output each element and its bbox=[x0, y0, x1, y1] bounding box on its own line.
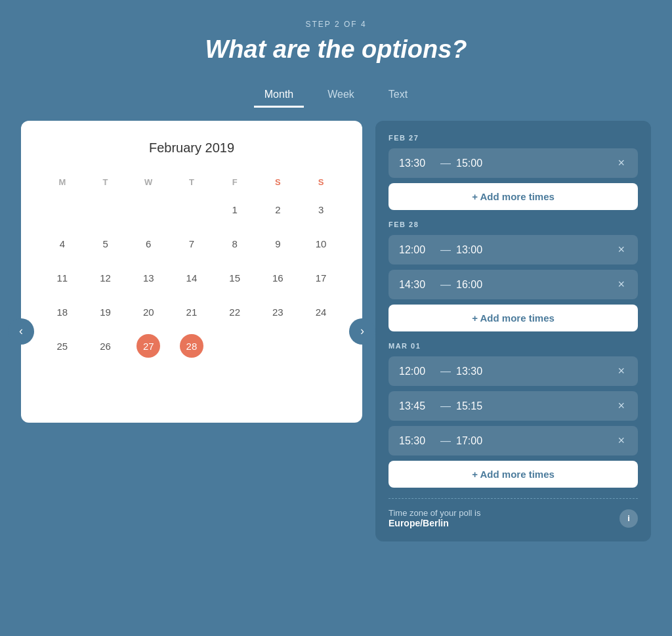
time-slot: 12:00—13:30× bbox=[388, 356, 638, 386]
calendar-day[interactable]: 1 bbox=[213, 192, 257, 226]
time-start: 15:30 bbox=[399, 435, 435, 447]
step-label: STEP 2 OF 4 bbox=[305, 20, 366, 29]
info-icon[interactable]: i bbox=[620, 509, 638, 528]
remove-slot-button[interactable]: × bbox=[615, 156, 627, 170]
date-section-feb27: FEB 2713:30—15:00×+ Add more times bbox=[388, 134, 638, 210]
calendar-grid: M T W T F S S 12345678910111213141516171… bbox=[41, 172, 343, 363]
calendar-day[interactable]: 7 bbox=[170, 226, 213, 261]
calendar: February 2019 M T W T F S S 123456789101… bbox=[21, 121, 362, 423]
timezone-text: Time zone of your poll isEurope/Berlin bbox=[388, 508, 480, 528]
weekday-tue: T bbox=[84, 172, 127, 192]
time-end: 17:00 bbox=[456, 435, 492, 447]
time-slot: 14:30—16:00× bbox=[388, 270, 638, 299]
calendar-day[interactable]: 11 bbox=[41, 261, 84, 295]
calendar-day[interactable]: 5 bbox=[84, 226, 127, 261]
date-label-feb28: FEB 28 bbox=[388, 221, 638, 228]
add-more-times-button[interactable]: + Add more times bbox=[388, 183, 638, 210]
time-dash: — bbox=[440, 279, 451, 291]
next-month-button[interactable]: › bbox=[349, 318, 375, 345]
date-label-mar01: MAR 01 bbox=[388, 342, 638, 350]
time-start: 12:00 bbox=[399, 244, 435, 256]
weekday-fri: F bbox=[213, 172, 257, 192]
time-start: 13:30 bbox=[399, 158, 435, 169]
tab-week[interactable]: Week bbox=[317, 83, 365, 108]
time-dash: — bbox=[440, 244, 451, 256]
time-dash: — bbox=[440, 158, 451, 169]
time-slot: 15:30—17:00× bbox=[388, 426, 638, 456]
calendar-day bbox=[213, 329, 257, 363]
time-end: 16:00 bbox=[456, 279, 492, 291]
calendar-day[interactable]: 25 bbox=[41, 329, 84, 363]
calendar-day[interactable]: 18 bbox=[41, 295, 84, 329]
date-section-feb28: FEB 2812:00—13:00×14:30—16:00×+ Add more… bbox=[388, 221, 638, 331]
main-content: ‹ February 2019 M T W T F S S 1234567891… bbox=[21, 121, 651, 541]
calendar-day[interactable]: 10 bbox=[299, 226, 343, 261]
time-slot: 13:30—15:00× bbox=[388, 148, 638, 178]
calendar-day[interactable]: 13 bbox=[127, 261, 170, 295]
calendar-day bbox=[170, 192, 213, 226]
calendar-day[interactable]: 24 bbox=[299, 295, 343, 329]
page-title: What are the options? bbox=[205, 35, 467, 64]
calendar-day[interactable]: 28 bbox=[170, 329, 213, 363]
calendar-day[interactable]: 16 bbox=[257, 261, 300, 295]
calendar-day[interactable]: 14 bbox=[170, 261, 213, 295]
calendar-wrapper: ‹ February 2019 M T W T F S S 1234567891… bbox=[21, 121, 362, 541]
calendar-day bbox=[127, 192, 170, 226]
calendar-day[interactable]: 22 bbox=[213, 295, 257, 329]
time-end: 13:00 bbox=[456, 244, 492, 256]
time-start: 13:45 bbox=[399, 400, 435, 412]
weekday-sat: S bbox=[257, 172, 300, 192]
calendar-day[interactable]: 17 bbox=[299, 261, 343, 295]
calendar-title: February 2019 bbox=[41, 140, 343, 156]
time-dash: — bbox=[440, 435, 451, 447]
weekday-wed: W bbox=[127, 172, 170, 192]
remove-slot-button[interactable]: × bbox=[615, 278, 627, 291]
calendar-day[interactable]: 20 bbox=[127, 295, 170, 329]
timezone-info: Time zone of your poll isEurope/Berlini bbox=[388, 498, 638, 528]
calendar-day[interactable]: 27 bbox=[127, 329, 170, 363]
prev-month-button[interactable]: ‹ bbox=[8, 318, 34, 345]
calendar-day[interactable]: 4 bbox=[41, 226, 84, 261]
add-more-times-button[interactable]: + Add more times bbox=[388, 305, 638, 331]
calendar-day[interactable]: 21 bbox=[170, 295, 213, 329]
tab-bar: Month Week Text bbox=[254, 83, 418, 108]
date-label-feb27: FEB 27 bbox=[388, 134, 638, 142]
calendar-day[interactable]: 15 bbox=[213, 261, 257, 295]
remove-slot-button[interactable]: × bbox=[615, 399, 627, 413]
calendar-day bbox=[299, 329, 343, 363]
calendar-day[interactable]: 26 bbox=[84, 329, 127, 363]
weekday-sun: S bbox=[299, 172, 343, 192]
calendar-day[interactable]: 19 bbox=[84, 295, 127, 329]
tab-text[interactable]: Text bbox=[378, 83, 418, 108]
time-end: 15:00 bbox=[456, 158, 492, 169]
time-end: 13:30 bbox=[456, 366, 492, 377]
time-start: 14:30 bbox=[399, 279, 435, 291]
tab-month[interactable]: Month bbox=[254, 83, 304, 108]
calendar-day bbox=[257, 329, 300, 363]
remove-slot-button[interactable]: × bbox=[615, 364, 627, 378]
weekday-thu: T bbox=[170, 172, 213, 192]
time-end: 15:15 bbox=[456, 400, 492, 412]
time-slot: 13:45—15:15× bbox=[388, 391, 638, 421]
calendar-day bbox=[41, 192, 84, 226]
schedule-panel: FEB 2713:30—15:00×+ Add more timesFEB 28… bbox=[375, 121, 651, 541]
calendar-day[interactable]: 23 bbox=[257, 295, 300, 329]
calendar-day[interactable]: 9 bbox=[257, 226, 300, 261]
time-start: 12:00 bbox=[399, 366, 435, 377]
time-dash: — bbox=[440, 366, 451, 377]
weekday-mon: M bbox=[41, 172, 84, 192]
remove-slot-button[interactable]: × bbox=[615, 243, 627, 257]
calendar-day[interactable]: 8 bbox=[213, 226, 257, 261]
time-slot: 12:00—13:00× bbox=[388, 235, 638, 265]
time-dash: — bbox=[440, 400, 451, 412]
date-section-mar01: MAR 0112:00—13:30×13:45—15:15×15:30—17:0… bbox=[388, 342, 638, 488]
calendar-day bbox=[84, 192, 127, 226]
calendar-day[interactable]: 2 bbox=[257, 192, 300, 226]
calendar-day[interactable]: 6 bbox=[127, 226, 170, 261]
calendar-day[interactable]: 12 bbox=[84, 261, 127, 295]
remove-slot-button[interactable]: × bbox=[615, 434, 627, 448]
calendar-day[interactable]: 3 bbox=[299, 192, 343, 226]
add-more-times-button[interactable]: + Add more times bbox=[388, 461, 638, 488]
